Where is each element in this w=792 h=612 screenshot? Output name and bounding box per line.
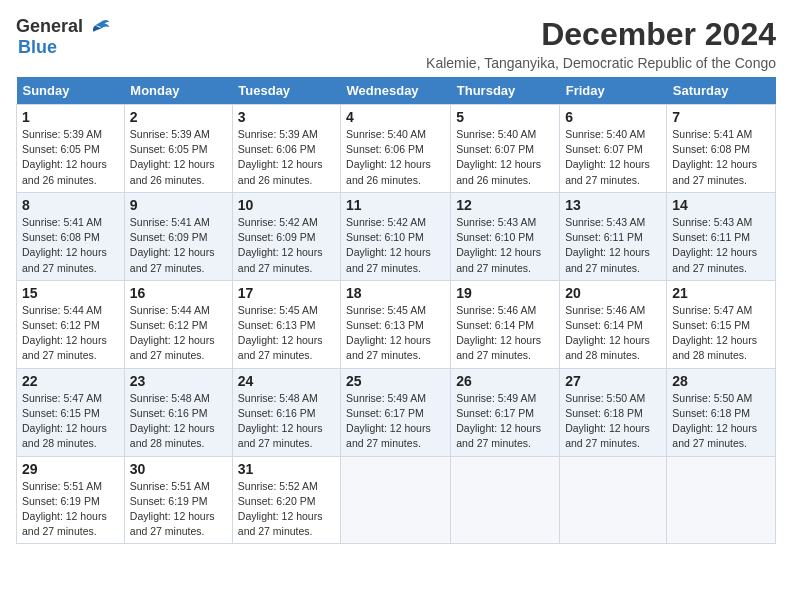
calendar-cell: 26Sunrise: 5:49 AMSunset: 6:17 PMDayligh… bbox=[451, 368, 560, 456]
logo-bird-icon bbox=[87, 17, 111, 37]
calendar-cell: 17Sunrise: 5:45 AMSunset: 6:13 PMDayligh… bbox=[232, 280, 340, 368]
calendar-cell bbox=[341, 456, 451, 544]
day-number: 3 bbox=[238, 109, 335, 125]
day-of-week-tuesday: Tuesday bbox=[232, 77, 340, 105]
day-number: 13 bbox=[565, 197, 661, 213]
location: Kalemie, Tanganyika, Democratic Republic… bbox=[426, 55, 776, 71]
day-info: Sunrise: 5:39 AMSunset: 6:06 PMDaylight:… bbox=[238, 127, 335, 188]
calendar-cell: 30Sunrise: 5:51 AMSunset: 6:19 PMDayligh… bbox=[124, 456, 232, 544]
day-number: 27 bbox=[565, 373, 661, 389]
calendar-header-row: SundayMondayTuesdayWednesdayThursdayFrid… bbox=[17, 77, 776, 105]
day-info: Sunrise: 5:50 AMSunset: 6:18 PMDaylight:… bbox=[565, 391, 661, 452]
day-info: Sunrise: 5:47 AMSunset: 6:15 PMDaylight:… bbox=[22, 391, 119, 452]
calendar-week-2: 8Sunrise: 5:41 AMSunset: 6:08 PMDaylight… bbox=[17, 192, 776, 280]
day-info: Sunrise: 5:41 AMSunset: 6:08 PMDaylight:… bbox=[22, 215, 119, 276]
day-number: 17 bbox=[238, 285, 335, 301]
calendar-cell: 14Sunrise: 5:43 AMSunset: 6:11 PMDayligh… bbox=[667, 192, 776, 280]
calendar-cell: 21Sunrise: 5:47 AMSunset: 6:15 PMDayligh… bbox=[667, 280, 776, 368]
day-number: 10 bbox=[238, 197, 335, 213]
calendar-cell: 31Sunrise: 5:52 AMSunset: 6:20 PMDayligh… bbox=[232, 456, 340, 544]
calendar-cell: 2Sunrise: 5:39 AMSunset: 6:05 PMDaylight… bbox=[124, 105, 232, 193]
day-info: Sunrise: 5:40 AMSunset: 6:07 PMDaylight:… bbox=[456, 127, 554, 188]
logo-general-text: General bbox=[16, 16, 83, 37]
calendar-week-4: 22Sunrise: 5:47 AMSunset: 6:15 PMDayligh… bbox=[17, 368, 776, 456]
day-info: Sunrise: 5:52 AMSunset: 6:20 PMDaylight:… bbox=[238, 479, 335, 540]
day-info: Sunrise: 5:42 AMSunset: 6:10 PMDaylight:… bbox=[346, 215, 445, 276]
day-info: Sunrise: 5:39 AMSunset: 6:05 PMDaylight:… bbox=[130, 127, 227, 188]
calendar-cell: 29Sunrise: 5:51 AMSunset: 6:19 PMDayligh… bbox=[17, 456, 125, 544]
day-info: Sunrise: 5:41 AMSunset: 6:08 PMDaylight:… bbox=[672, 127, 770, 188]
day-info: Sunrise: 5:43 AMSunset: 6:11 PMDaylight:… bbox=[672, 215, 770, 276]
day-of-week-saturday: Saturday bbox=[667, 77, 776, 105]
day-info: Sunrise: 5:45 AMSunset: 6:13 PMDaylight:… bbox=[346, 303, 445, 364]
day-number: 9 bbox=[130, 197, 227, 213]
day-number: 29 bbox=[22, 461, 119, 477]
calendar-cell: 13Sunrise: 5:43 AMSunset: 6:11 PMDayligh… bbox=[560, 192, 667, 280]
calendar-cell: 8Sunrise: 5:41 AMSunset: 6:08 PMDaylight… bbox=[17, 192, 125, 280]
calendar-cell: 4Sunrise: 5:40 AMSunset: 6:06 PMDaylight… bbox=[341, 105, 451, 193]
day-info: Sunrise: 5:46 AMSunset: 6:14 PMDaylight:… bbox=[565, 303, 661, 364]
calendar-cell: 24Sunrise: 5:48 AMSunset: 6:16 PMDayligh… bbox=[232, 368, 340, 456]
day-info: Sunrise: 5:41 AMSunset: 6:09 PMDaylight:… bbox=[130, 215, 227, 276]
day-info: Sunrise: 5:51 AMSunset: 6:19 PMDaylight:… bbox=[130, 479, 227, 540]
calendar-cell bbox=[667, 456, 776, 544]
calendar-cell: 18Sunrise: 5:45 AMSunset: 6:13 PMDayligh… bbox=[341, 280, 451, 368]
day-info: Sunrise: 5:44 AMSunset: 6:12 PMDaylight:… bbox=[130, 303, 227, 364]
day-number: 21 bbox=[672, 285, 770, 301]
day-number: 28 bbox=[672, 373, 770, 389]
calendar-cell: 19Sunrise: 5:46 AMSunset: 6:14 PMDayligh… bbox=[451, 280, 560, 368]
day-of-week-monday: Monday bbox=[124, 77, 232, 105]
day-number: 26 bbox=[456, 373, 554, 389]
calendar-cell: 22Sunrise: 5:47 AMSunset: 6:15 PMDayligh… bbox=[17, 368, 125, 456]
calendar-cell: 5Sunrise: 5:40 AMSunset: 6:07 PMDaylight… bbox=[451, 105, 560, 193]
day-number: 7 bbox=[672, 109, 770, 125]
day-number: 1 bbox=[22, 109, 119, 125]
day-number: 20 bbox=[565, 285, 661, 301]
calendar-week-5: 29Sunrise: 5:51 AMSunset: 6:19 PMDayligh… bbox=[17, 456, 776, 544]
month-title: December 2024 bbox=[426, 16, 776, 53]
calendar-cell: 23Sunrise: 5:48 AMSunset: 6:16 PMDayligh… bbox=[124, 368, 232, 456]
day-number: 8 bbox=[22, 197, 119, 213]
day-number: 22 bbox=[22, 373, 119, 389]
day-number: 15 bbox=[22, 285, 119, 301]
day-info: Sunrise: 5:44 AMSunset: 6:12 PMDaylight:… bbox=[22, 303, 119, 364]
day-number: 25 bbox=[346, 373, 445, 389]
day-info: Sunrise: 5:45 AMSunset: 6:13 PMDaylight:… bbox=[238, 303, 335, 364]
day-info: Sunrise: 5:42 AMSunset: 6:09 PMDaylight:… bbox=[238, 215, 335, 276]
day-number: 11 bbox=[346, 197, 445, 213]
calendar-cell: 28Sunrise: 5:50 AMSunset: 6:18 PMDayligh… bbox=[667, 368, 776, 456]
day-number: 6 bbox=[565, 109, 661, 125]
page-header: General Blue December 2024 Kalemie, Tang… bbox=[16, 16, 776, 71]
day-number: 19 bbox=[456, 285, 554, 301]
calendar-cell: 6Sunrise: 5:40 AMSunset: 6:07 PMDaylight… bbox=[560, 105, 667, 193]
day-number: 31 bbox=[238, 461, 335, 477]
calendar-cell: 10Sunrise: 5:42 AMSunset: 6:09 PMDayligh… bbox=[232, 192, 340, 280]
day-number: 18 bbox=[346, 285, 445, 301]
calendar-table: SundayMondayTuesdayWednesdayThursdayFrid… bbox=[16, 77, 776, 544]
day-info: Sunrise: 5:48 AMSunset: 6:16 PMDaylight:… bbox=[130, 391, 227, 452]
calendar-cell: 9Sunrise: 5:41 AMSunset: 6:09 PMDaylight… bbox=[124, 192, 232, 280]
calendar-body: 1Sunrise: 5:39 AMSunset: 6:05 PMDaylight… bbox=[17, 105, 776, 544]
calendar-cell: 11Sunrise: 5:42 AMSunset: 6:10 PMDayligh… bbox=[341, 192, 451, 280]
day-number: 23 bbox=[130, 373, 227, 389]
day-of-week-thursday: Thursday bbox=[451, 77, 560, 105]
day-number: 30 bbox=[130, 461, 227, 477]
day-info: Sunrise: 5:50 AMSunset: 6:18 PMDaylight:… bbox=[672, 391, 770, 452]
calendar-cell: 15Sunrise: 5:44 AMSunset: 6:12 PMDayligh… bbox=[17, 280, 125, 368]
day-of-week-wednesday: Wednesday bbox=[341, 77, 451, 105]
title-section: December 2024 Kalemie, Tanganyika, Democ… bbox=[426, 16, 776, 71]
day-number: 16 bbox=[130, 285, 227, 301]
calendar-week-1: 1Sunrise: 5:39 AMSunset: 6:05 PMDaylight… bbox=[17, 105, 776, 193]
logo-blue-text: Blue bbox=[18, 37, 57, 58]
calendar-cell: 16Sunrise: 5:44 AMSunset: 6:12 PMDayligh… bbox=[124, 280, 232, 368]
day-info: Sunrise: 5:40 AMSunset: 6:06 PMDaylight:… bbox=[346, 127, 445, 188]
calendar-week-3: 15Sunrise: 5:44 AMSunset: 6:12 PMDayligh… bbox=[17, 280, 776, 368]
day-number: 4 bbox=[346, 109, 445, 125]
day-number: 14 bbox=[672, 197, 770, 213]
calendar-cell: 3Sunrise: 5:39 AMSunset: 6:06 PMDaylight… bbox=[232, 105, 340, 193]
calendar-cell: 7Sunrise: 5:41 AMSunset: 6:08 PMDaylight… bbox=[667, 105, 776, 193]
day-of-week-sunday: Sunday bbox=[17, 77, 125, 105]
day-info: Sunrise: 5:51 AMSunset: 6:19 PMDaylight:… bbox=[22, 479, 119, 540]
day-number: 2 bbox=[130, 109, 227, 125]
calendar-cell: 27Sunrise: 5:50 AMSunset: 6:18 PMDayligh… bbox=[560, 368, 667, 456]
